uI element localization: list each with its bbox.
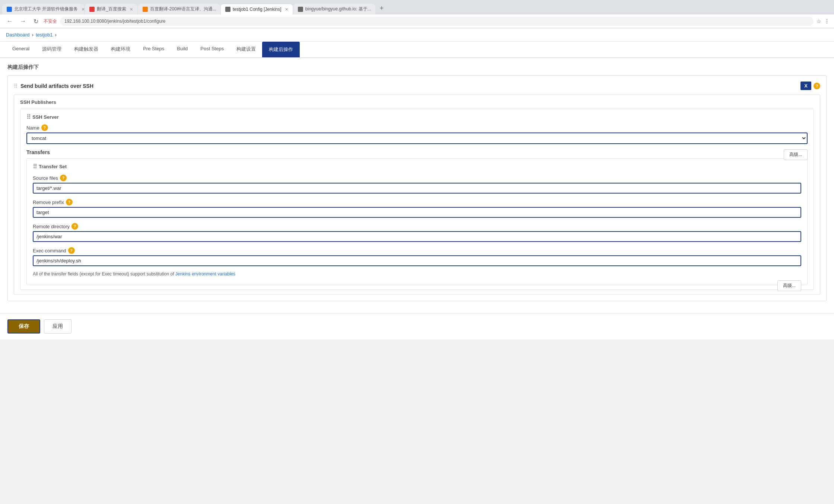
jenkins-env-link[interactable]: Jenkins environment variables bbox=[175, 271, 235, 277]
browser-tab-4[interactable]: testjob1 Config [Jenkins] × bbox=[221, 4, 293, 15]
help-icon-remote[interactable]: ? bbox=[71, 223, 78, 230]
back-button[interactable]: ← bbox=[4, 17, 15, 25]
address-bar: ← → ↻ 不安全 ☆ ⋮ bbox=[0, 15, 834, 28]
help-icon-exec[interactable]: ? bbox=[68, 247, 75, 254]
tab2-favicon bbox=[89, 7, 95, 12]
transfers-label: Transfers bbox=[26, 149, 808, 155]
tab5-close[interactable]: × bbox=[375, 6, 375, 12]
source-files-input[interactable] bbox=[33, 183, 801, 194]
tab4-close[interactable]: × bbox=[285, 6, 288, 12]
menu-icon[interactable]: ⋮ bbox=[824, 18, 830, 24]
tab2-label: 翻译_百度搜索 bbox=[97, 6, 126, 12]
transfer-set-header: ⠿ Transfer Set bbox=[33, 163, 801, 170]
advanced-button-1[interactable]: 高级... bbox=[784, 149, 808, 160]
help-icon-prefix[interactable]: ? bbox=[66, 199, 73, 205]
breadcrumb-job[interactable]: testjob1 bbox=[36, 32, 53, 38]
breadcrumb-sep1: › bbox=[32, 32, 34, 38]
remote-directory-input[interactable] bbox=[33, 231, 801, 242]
tab-presteps[interactable]: Pre Steps bbox=[137, 42, 171, 57]
section-title: 构建后操作下 bbox=[7, 64, 827, 71]
breadcrumb-dashboard[interactable]: Dashboard bbox=[6, 32, 30, 38]
ssh-publishers-label: SSH Publishers bbox=[20, 99, 56, 105]
tab2-close[interactable]: × bbox=[130, 6, 133, 12]
jenkins-tabs: General 源码管理 构建触发器 构建环境 Pre Steps Build … bbox=[0, 42, 834, 58]
apply-button[interactable]: 应用 bbox=[44, 319, 71, 334]
tab1-label: 北京理工大学 开源软件镜像服务 bbox=[14, 6, 78, 12]
panel-header: ⠿ Send build artifacts over SSH X ? bbox=[14, 82, 820, 90]
tab4-label: testjob1 Config [Jenkins] bbox=[233, 7, 281, 12]
exec-command-label: Exec command ? bbox=[33, 247, 801, 254]
tab5-favicon bbox=[298, 7, 303, 12]
help-icon-panel[interactable]: ? bbox=[814, 83, 820, 89]
browser-tab-1[interactable]: 北京理工大学 开源软件镜像服务 × bbox=[2, 4, 84, 15]
tab-poststeps[interactable]: Post Steps bbox=[194, 42, 230, 57]
ssh-publishers-header: SSH Publishers bbox=[20, 99, 814, 105]
tab3-favicon bbox=[143, 7, 148, 12]
tab-postbuild[interactable]: 构建后操作 bbox=[262, 42, 300, 57]
ssh-server-drag-icon: ⠿ bbox=[26, 114, 30, 121]
transfer-drag-icon: ⠿ bbox=[33, 163, 36, 170]
remote-directory-label: Remote directory ? bbox=[33, 223, 801, 230]
page-content: Dashboard › testjob1 › General 源码管理 构建触发… bbox=[0, 28, 834, 339]
tab-build[interactable]: Build bbox=[171, 42, 194, 57]
exec-command-group: Exec command ? bbox=[33, 247, 801, 266]
transfer-set-section: ⠿ Transfer Set Source files ? bbox=[26, 158, 808, 285]
browser-tab-3[interactable]: 百度翻译-200种语言互译、沟通... × bbox=[138, 4, 220, 15]
new-tab-button[interactable]: + bbox=[376, 2, 388, 15]
tab-trigger[interactable]: 构建触发器 bbox=[68, 42, 105, 57]
drag-handle-icon: ⠿ bbox=[14, 83, 17, 89]
main-content: 构建后操作下 ⠿ Send build artifacts over SSH X… bbox=[0, 58, 834, 313]
name-label: Name ? bbox=[26, 124, 808, 131]
security-warning: 不安全 bbox=[44, 18, 57, 25]
source-files-group: Source files ? bbox=[33, 175, 801, 194]
help-icon-source[interactable]: ? bbox=[60, 175, 67, 181]
tab-source[interactable]: 源码管理 bbox=[36, 42, 68, 57]
tab5-label: bingyue/bingyue.github.io: 基于... bbox=[305, 6, 371, 12]
ssh-server-section: ⠿ SSH Server Name ? tomcat bbox=[20, 109, 814, 290]
tab4-favicon bbox=[225, 7, 230, 12]
forward-button[interactable]: → bbox=[18, 17, 28, 25]
exec-command-input[interactable] bbox=[33, 255, 801, 266]
name-field-group: Name ? tomcat bbox=[26, 124, 808, 144]
remove-prefix-label: Remove prefix ? bbox=[33, 199, 801, 205]
advanced-button-2[interactable]: 高级... bbox=[777, 280, 801, 291]
source-files-label: Source files ? bbox=[33, 175, 801, 181]
address-icons: ☆ ⋮ bbox=[817, 18, 830, 24]
ssh-server-label: SSH Server bbox=[32, 114, 59, 120]
breadcrumb-sep2: › bbox=[55, 32, 57, 38]
browser-tab-5[interactable]: bingyue/bingyue.github.io: 基于... × bbox=[293, 4, 375, 15]
tab1-favicon bbox=[7, 7, 12, 12]
remove-prefix-input[interactable] bbox=[33, 207, 801, 218]
browser-tab-2[interactable]: 翻译_百度搜索 × bbox=[85, 4, 137, 15]
panel-title: Send build artifacts over SSH bbox=[20, 83, 93, 89]
bottom-bar: 保存 应用 bbox=[0, 313, 834, 339]
tab3-label: 百度翻译-200种语言互译、沟通... bbox=[150, 6, 216, 12]
ssh-panel: ⠿ Send build artifacts over SSH X ? SSH … bbox=[7, 75, 827, 301]
tab-env[interactable]: 构建环境 bbox=[105, 42, 137, 57]
ssh-server-header: ⠿ SSH Server bbox=[26, 114, 808, 121]
breadcrumb: Dashboard › testjob1 › bbox=[0, 28, 834, 42]
tab-general[interactable]: General bbox=[6, 42, 36, 57]
reload-button[interactable]: ↻ bbox=[31, 17, 41, 26]
name-select[interactable]: tomcat bbox=[26, 133, 808, 144]
tab-settings[interactable]: 构建设置 bbox=[230, 42, 262, 57]
ssh-publishers-section: SSH Publishers ⠿ SSH Server Name ? bbox=[14, 95, 820, 295]
address-input[interactable] bbox=[60, 17, 814, 26]
star-icon[interactable]: ☆ bbox=[817, 18, 821, 24]
tab-bar: 北京理工大学 开源软件镜像服务 × 翻译_百度搜索 × 百度翻译-200种语言互… bbox=[0, 0, 834, 15]
info-text: All of the transfer fields (except for E… bbox=[33, 271, 801, 277]
save-button[interactable]: 保存 bbox=[7, 319, 40, 334]
close-button[interactable]: X bbox=[800, 82, 811, 90]
transfer-set-label: Transfer Set bbox=[39, 164, 67, 169]
remove-prefix-group: Remove prefix ? bbox=[33, 199, 801, 218]
remote-directory-group: Remote directory ? bbox=[33, 223, 801, 242]
help-icon-name[interactable]: ? bbox=[41, 124, 48, 131]
tab1-close[interactable]: × bbox=[82, 6, 84, 12]
